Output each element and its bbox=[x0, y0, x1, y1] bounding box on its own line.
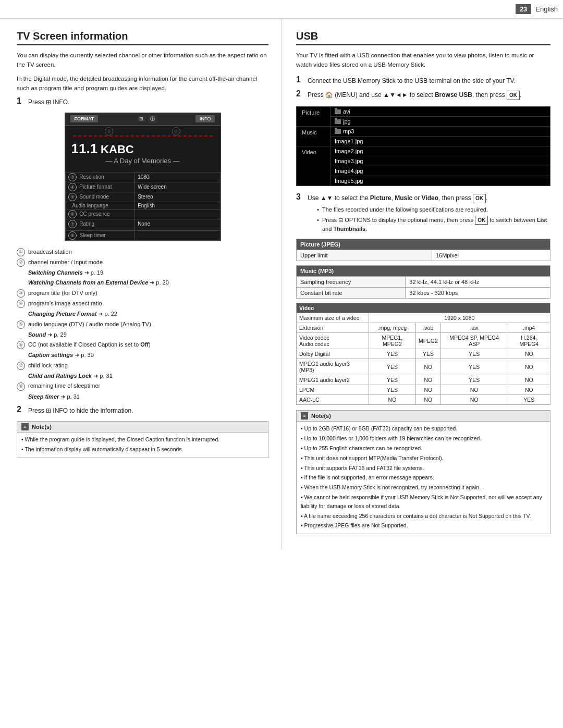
usb-step-1-text: Connect the USB Memory Stick to the USB … bbox=[308, 77, 516, 84]
aaclc-avi: NO bbox=[440, 395, 508, 405]
aaclc-label: AAC-LC bbox=[297, 395, 369, 405]
detail-label-1: ③ Resolution bbox=[65, 172, 135, 182]
callout-num-2: ② bbox=[17, 258, 28, 267]
left-column: TV Screen information You can display th… bbox=[0, 19, 282, 550]
music-header-cell: Music (MP3) bbox=[297, 266, 550, 277]
table-row: Sampling frequency 32 kHz, 44.1 kHz or 4… bbox=[297, 277, 550, 288]
max-video-size-label: Maximum size of a video bbox=[297, 313, 369, 323]
usb-step-1: 1 Connect the USB Memory Stick to the US… bbox=[296, 76, 550, 86]
usb-menu-display: Picture avi jpg bbox=[296, 106, 550, 186]
callout-list: ① broadcast station ② channel number / I… bbox=[17, 248, 268, 401]
callout-sound: Sound ➜ p. 29 bbox=[17, 330, 268, 339]
folder-tab bbox=[335, 108, 337, 109]
folder-icon-jpg bbox=[335, 119, 341, 124]
usb-item-image1-label: Image1.jpg bbox=[335, 138, 363, 144]
usb-intro: Your TV is fitted with a USB connection … bbox=[296, 51, 550, 70]
right-column: USB Your TV is fitted with a USB connect… bbox=[282, 19, 563, 550]
left-notes-body: While the program guide is displayed, th… bbox=[17, 433, 268, 458]
step-2-content: Press ⊞ INFO to hide the information. bbox=[28, 406, 268, 416]
dolby-label: Dolby Digital bbox=[297, 349, 369, 359]
info-button-label: INFO bbox=[195, 115, 215, 122]
callout-changing-picture: Changing Picture Format ➜ p. 22 bbox=[17, 310, 268, 318]
dolby-avi: YES bbox=[440, 349, 508, 359]
music-spec-table: Music (MP3) Sampling frequency 32 kHz, 4… bbox=[296, 265, 550, 299]
mpeg1-layer2-vob: NO bbox=[416, 375, 441, 385]
left-note-2: The information display will automatical… bbox=[21, 445, 264, 454]
table-row: MPEG1 audio layer3 (MP3) YES NO YES NO bbox=[297, 359, 550, 375]
circle-2: ② bbox=[105, 127, 113, 135]
detail-label-4: Audio language bbox=[65, 202, 135, 209]
right-note-2: Up to 10,000 files or 1,000 folders with… bbox=[301, 434, 546, 443]
language-label: English bbox=[535, 5, 558, 13]
detail-value-5 bbox=[135, 209, 220, 219]
callout-num-3: ③ bbox=[17, 289, 28, 298]
right-note-9: A file name exceeding 256 characters or … bbox=[301, 512, 546, 521]
usb-step-1-num: 1 bbox=[296, 75, 308, 84]
lpcm-mp4: NO bbox=[508, 385, 550, 395]
sampling-freq-value: 32 kHz, 44.1 kHz or 48 kHz bbox=[406, 277, 550, 288]
right-note-1: Up to 2GB (FAT16) or 8GB (FAT32) capacit… bbox=[301, 424, 546, 433]
detail-label-3: ⑤ Sound mode bbox=[65, 192, 135, 202]
callout-text-2: channel number / Input mode bbox=[28, 258, 103, 267]
usb-step-2: 2 Press 🏠 (MENU) and use ▲▼◄► to select … bbox=[296, 90, 550, 100]
folder-icon-avi bbox=[335, 109, 341, 114]
usb-item-image3-label: Image3.jpg bbox=[335, 158, 363, 164]
bitrate-value: 32 kbps - 320 kbps bbox=[406, 288, 550, 299]
detail-label-5: ⑥ CC presence bbox=[65, 209, 135, 219]
detail-value-3: Stereo bbox=[135, 192, 220, 202]
anno-8-circle: ⑧ bbox=[68, 231, 77, 240]
callout-caption: Caption settings ➜ p. 30 bbox=[17, 351, 268, 360]
table-row: Dolby Digital YES YES YES NO bbox=[297, 349, 550, 359]
detail-label-8: ⑧ Sleep timer bbox=[65, 230, 135, 240]
callout-child-lock: Child and Ratings Lock ➜ p. 31 bbox=[17, 372, 268, 380]
callout-link-switching: Switching Channels ➜ p. 19 bbox=[28, 268, 103, 277]
ext-vob: .vob bbox=[416, 323, 441, 333]
usb-item-mp3: mp3 bbox=[331, 127, 550, 137]
annotation-row: ② ① bbox=[65, 126, 221, 135]
circle-1: ① bbox=[172, 127, 180, 135]
ok-button-label: OK bbox=[507, 91, 520, 100]
mpeg1-layer2-avi: YES bbox=[440, 375, 508, 385]
dolby-vob: YES bbox=[416, 349, 441, 359]
lpcm-mpg: YES bbox=[369, 385, 415, 395]
tv-icon-1: ⊞ bbox=[137, 116, 145, 122]
anno-1: ① bbox=[172, 127, 180, 135]
detail-value-6: None bbox=[135, 219, 220, 229]
usb-step-2-num: 2 bbox=[296, 89, 308, 98]
usb-step-3-text: Use ▲▼ to select the Picture, Music or V… bbox=[308, 194, 487, 202]
codec-vob: MPEG2 bbox=[416, 333, 441, 349]
step-1: 1 Press ⊞ INFO. bbox=[17, 97, 268, 107]
usb-step-3-num: 3 bbox=[296, 192, 308, 202]
max-video-size-value: 1920 x 1080 bbox=[369, 313, 550, 323]
left-intro-2: In the Digital mode, the detailed broadc… bbox=[17, 74, 268, 93]
table-row: ⑤ Sound mode Stereo bbox=[65, 192, 220, 202]
picture-header-cell: Picture (JPEG) bbox=[297, 239, 550, 250]
video-header-row: Video bbox=[297, 303, 550, 313]
table-row: Video codec Audio codec MPEG1, MPEG2 MPE… bbox=[297, 333, 550, 349]
right-note-3: Up to 255 English characters can be reco… bbox=[301, 444, 546, 453]
table-row: Constant bit rate 32 kbps - 320 kbps bbox=[297, 288, 550, 299]
aaclc-mp4: YES bbox=[508, 395, 550, 405]
aaclc-vob: NO bbox=[416, 395, 441, 405]
sampling-freq-label: Sampling frequency bbox=[297, 277, 406, 288]
step-2: 2 Press ⊞ INFO to hide the information. bbox=[17, 406, 268, 416]
video-spec-table: Video Maximum size of a video 1920 x 108… bbox=[296, 303, 550, 405]
callout-item-8: ⑧ remaining time of sleeptimer bbox=[17, 381, 268, 390]
audio-codec-label: Audio codec bbox=[299, 341, 366, 347]
tv-icon-2: ⓘ bbox=[148, 115, 157, 123]
right-note-5: This unit supports FAT16 and FAT32 file … bbox=[301, 464, 546, 473]
right-notes-header: ≡ Note(s) bbox=[297, 411, 550, 422]
ext-mpg: .mpg, mpeg bbox=[369, 323, 415, 333]
anno-5-circle: ⑤ bbox=[68, 193, 77, 201]
picture-header-row: Picture (JPEG) bbox=[297, 239, 550, 250]
usb-item-jpg-label: jpg bbox=[343, 118, 351, 125]
step-1-content: Press ⊞ INFO. bbox=[28, 97, 268, 107]
usb-item-image2-label: Image2.jpg bbox=[335, 148, 363, 154]
callout-indent-2 bbox=[17, 278, 28, 287]
callout-text-6: CC (not available if Closed Caption is s… bbox=[28, 340, 151, 349]
format-button-label: FORMAT bbox=[70, 115, 99, 122]
table-row: ⑥ CC presence bbox=[65, 209, 220, 219]
picture-spec-table: Picture (JPEG) Upper limit 16Mpixel bbox=[296, 239, 550, 261]
music-header-row: Music (MP3) bbox=[297, 266, 550, 277]
ok-button-step3: OK bbox=[473, 194, 486, 203]
